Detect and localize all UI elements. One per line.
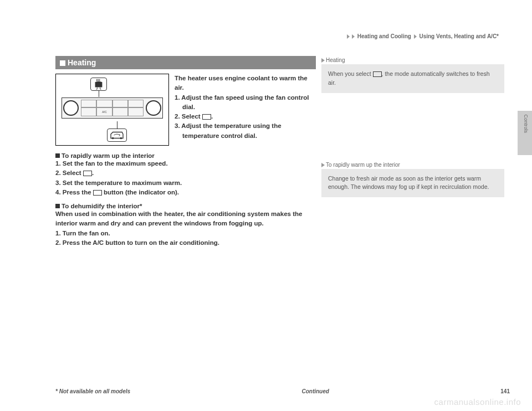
intro-line: The heater uses engine coolant to warm t…: [175, 74, 316, 93]
triangle-icon: [321, 163, 325, 167]
arrow-icon: [414, 34, 417, 39]
arrow-icon: [347, 34, 350, 39]
note-label-2: To rapidly warm up the interior: [321, 162, 504, 168]
footer-continued: Continued: [301, 388, 329, 394]
section-title: Heating: [68, 58, 96, 67]
square-icon: [55, 204, 60, 208]
floor-mode-icon: [83, 171, 92, 176]
rapid-step1: 1. Set the fan to the maximum speed.: [55, 159, 316, 168]
rapid-heading: To rapidly warm up the interior: [55, 152, 316, 159]
intro-step3: 3. Adjust the temperature using the: [175, 121, 316, 131]
breadcrumb-part2: Using Vents, Heating and A/C*: [419, 33, 499, 39]
watermark: carmanualsonline.info: [434, 397, 521, 407]
dehumidify-step1: 1. Turn the fan on.: [55, 229, 316, 238]
svg-point-1: [120, 137, 122, 140]
callout-floor-vent-icon: [90, 78, 107, 91]
intro-step1b: dial.: [182, 102, 316, 112]
control-panel: A/C: [62, 97, 163, 119]
page-number: 141: [500, 388, 510, 394]
rapid-step2: 2. Select .: [55, 168, 316, 178]
section-header: Heating: [55, 56, 316, 69]
footer-note: * Not available on all models: [55, 388, 130, 394]
note-label-1: Heating: [321, 57, 504, 63]
triangle-icon: [321, 58, 325, 63]
arrow-icon: [352, 34, 355, 39]
left-column: Heating A/C: [55, 56, 316, 253]
footer: * Not available on all models Continued …: [55, 388, 510, 394]
breadcrumb: Heating and Cooling Using Vents, Heating…: [55, 33, 510, 39]
recirculate-icon: [93, 190, 102, 196]
breadcrumb-part1: Heating and Cooling: [357, 33, 411, 39]
floor-mode-icon: [202, 114, 211, 120]
intro-step1: 1. Adjust the fan speed using the fan co…: [175, 93, 316, 102]
floor-mode-icon: [373, 71, 382, 77]
svg-point-0: [112, 137, 114, 140]
dehumidify-heading: To dehumidify the interior*: [55, 203, 316, 209]
dehumidify-step2: 2. Press the A/C button to turn on the a…: [55, 238, 316, 248]
button-grid: A/C: [81, 100, 144, 116]
side-label: Controls: [523, 114, 529, 133]
square-icon: [60, 60, 65, 66]
square-icon: [55, 153, 60, 158]
intro-text: The heater uses engine coolant to warm t…: [175, 74, 316, 146]
note-box-2: Change to fresh air mode as soon as the …: [321, 169, 504, 198]
control-panel-figure: A/C: [55, 74, 169, 146]
rapid-step4: 4. Press the button (the indicator on).: [55, 188, 316, 197]
intro-step3b: temperature control dial.: [182, 131, 316, 141]
dehumidify-para: When used in combination with the heater…: [55, 209, 316, 229]
rapid-section: To rapidly warm up the interior 1. Set t…: [55, 152, 316, 197]
fan-dial-icon: [63, 100, 79, 116]
figure-row: A/C The heater uses engine coolant to wa…: [55, 74, 316, 146]
right-column: Heating When you select , the mode autom…: [321, 56, 504, 253]
temp-dial-icon: [146, 100, 161, 116]
callout-recirculate-icon: [107, 129, 127, 142]
page-content: Heating and Cooling Using Vents, Heating…: [0, 0, 532, 411]
rapid-step3: 3. Set the temperature to maximum warm.: [55, 178, 316, 188]
note-box-1: When you select , the mode automatically…: [321, 64, 504, 93]
main-content: Heating A/C: [55, 56, 510, 253]
intro-step2: 2. Select .: [175, 112, 316, 121]
dehumidify-section: To dehumidify the interior* When used in…: [55, 203, 316, 248]
